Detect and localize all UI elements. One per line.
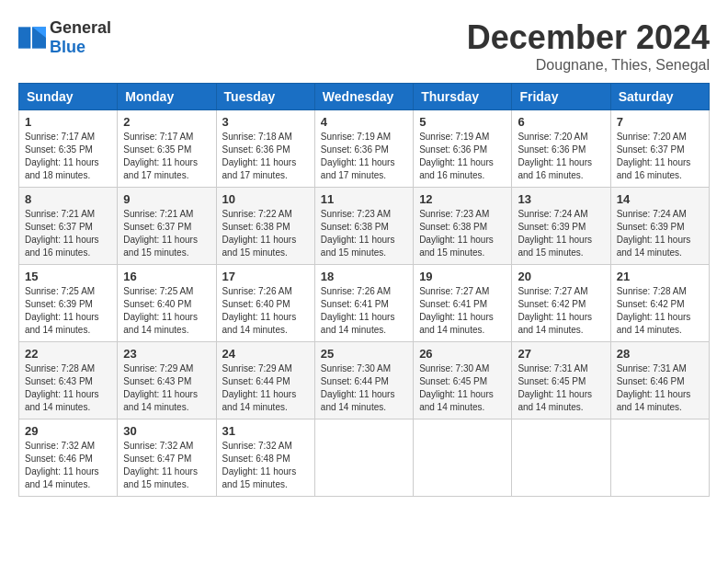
day-info: Sunrise: 7:31 AM Sunset: 6:46 PM Dayligh… <box>617 362 703 414</box>
calendar-cell: 2 Sunrise: 7:17 AM Sunset: 6:35 PM Dayli… <box>118 110 216 188</box>
day-info: Sunrise: 7:27 AM Sunset: 6:42 PM Dayligh… <box>518 285 604 337</box>
svg-rect-0 <box>18 27 30 48</box>
day-info: Sunrise: 7:17 AM Sunset: 6:35 PM Dayligh… <box>25 131 111 182</box>
calendar-cell: 15 Sunrise: 7:25 AM Sunset: 6:39 PM Dayl… <box>19 265 118 342</box>
calendar-cell: 11 Sunrise: 7:23 AM Sunset: 6:38 PM Dayl… <box>314 188 413 265</box>
day-number: 7 <box>617 115 703 129</box>
logo-text: General Blue <box>50 18 111 57</box>
day-info: Sunrise: 7:24 AM Sunset: 6:39 PM Dayligh… <box>518 208 604 259</box>
day-info: Sunrise: 7:21 AM Sunset: 6:37 PM Dayligh… <box>123 208 210 259</box>
day-number: 17 <box>222 270 309 283</box>
day-number: 12 <box>419 192 506 206</box>
day-number: 29 <box>25 424 111 438</box>
day-info: Sunrise: 7:21 AM Sunset: 6:37 PM Dayligh… <box>25 208 111 259</box>
day-number: 21 <box>617 270 703 283</box>
day-number: 4 <box>321 115 407 129</box>
day-number: 18 <box>321 270 407 283</box>
calendar-cell: 13 Sunrise: 7:24 AM Sunset: 6:39 PM Dayl… <box>512 188 610 265</box>
day-info: Sunrise: 7:24 AM Sunset: 6:39 PM Dayligh… <box>617 208 703 259</box>
day-info: Sunrise: 7:18 AM Sunset: 6:36 PM Dayligh… <box>222 131 309 182</box>
calendar-cell: 12 Sunrise: 7:23 AM Sunset: 6:38 PM Dayl… <box>414 188 512 265</box>
calendar-cell: 22 Sunrise: 7:28 AM Sunset: 6:43 PM Dayl… <box>19 342 118 419</box>
day-info: Sunrise: 7:29 AM Sunset: 6:44 PM Dayligh… <box>222 362 309 414</box>
day-info: Sunrise: 7:32 AM Sunset: 6:48 PM Dayligh… <box>222 440 309 491</box>
calendar-cell: 23 Sunrise: 7:29 AM Sunset: 6:43 PM Dayl… <box>118 342 216 419</box>
day-number: 13 <box>518 192 604 206</box>
day-info: Sunrise: 7:27 AM Sunset: 6:41 PM Dayligh… <box>419 285 506 337</box>
calendar-cell: 5 Sunrise: 7:19 AM Sunset: 6:36 PM Dayli… <box>414 110 512 188</box>
day-info: Sunrise: 7:28 AM Sunset: 6:43 PM Dayligh… <box>25 362 111 414</box>
day-number: 23 <box>123 347 210 361</box>
calendar-cell: 27 Sunrise: 7:31 AM Sunset: 6:45 PM Dayl… <box>512 342 610 419</box>
day-number: 16 <box>123 270 210 283</box>
weekday-header-sunday: Sunday <box>19 84 118 110</box>
day-info: Sunrise: 7:25 AM Sunset: 6:40 PM Dayligh… <box>123 285 210 337</box>
calendar-cell: 10 Sunrise: 7:22 AM Sunset: 6:38 PM Dayl… <box>216 188 314 265</box>
weekday-header-tuesday: Tuesday <box>216 84 314 110</box>
calendar-cell <box>314 419 413 497</box>
day-number: 6 <box>518 115 604 129</box>
day-info: Sunrise: 7:30 AM Sunset: 6:44 PM Dayligh… <box>321 362 407 414</box>
day-number: 10 <box>222 192 309 206</box>
day-info: Sunrise: 7:28 AM Sunset: 6:42 PM Dayligh… <box>617 285 703 337</box>
day-number: 27 <box>518 347 604 361</box>
weekday-header-saturday: Saturday <box>610 84 709 110</box>
calendar-cell: 4 Sunrise: 7:19 AM Sunset: 6:36 PM Dayli… <box>314 110 413 188</box>
calendar-cell: 25 Sunrise: 7:30 AM Sunset: 6:44 PM Dayl… <box>314 342 413 419</box>
calendar-cell: 30 Sunrise: 7:32 AM Sunset: 6:47 PM Dayl… <box>118 419 216 497</box>
day-number: 9 <box>123 192 210 206</box>
calendar-cell: 21 Sunrise: 7:28 AM Sunset: 6:42 PM Dayl… <box>610 265 709 342</box>
calendar-cell <box>610 419 709 497</box>
calendar-cell: 26 Sunrise: 7:30 AM Sunset: 6:45 PM Dayl… <box>414 342 512 419</box>
day-number: 31 <box>222 424 309 438</box>
day-number: 19 <box>419 270 506 283</box>
day-info: Sunrise: 7:32 AM Sunset: 6:47 PM Dayligh… <box>123 440 210 491</box>
day-info: Sunrise: 7:20 AM Sunset: 6:37 PM Dayligh… <box>617 131 703 182</box>
calendar-cell: 1 Sunrise: 7:17 AM Sunset: 6:35 PM Dayli… <box>19 110 118 188</box>
day-info: Sunrise: 7:17 AM Sunset: 6:35 PM Dayligh… <box>123 131 210 182</box>
location-title: Dougnane, Thies, Senegal <box>467 57 710 74</box>
title-area: December 2024 Dougnane, Thies, Senegal <box>467 18 710 74</box>
calendar-cell: 9 Sunrise: 7:21 AM Sunset: 6:37 PM Dayli… <box>118 188 216 265</box>
calendar-cell: 16 Sunrise: 7:25 AM Sunset: 6:40 PM Dayl… <box>118 265 216 342</box>
day-number: 5 <box>419 115 506 129</box>
day-number: 3 <box>222 115 309 129</box>
weekday-header-wednesday: Wednesday <box>314 84 413 110</box>
calendar-cell: 20 Sunrise: 7:27 AM Sunset: 6:42 PM Dayl… <box>512 265 610 342</box>
logo-blue: Blue <box>50 38 85 56</box>
day-number: 1 <box>25 115 111 129</box>
day-info: Sunrise: 7:20 AM Sunset: 6:36 PM Dayligh… <box>518 131 604 182</box>
day-number: 28 <box>617 347 703 361</box>
day-info: Sunrise: 7:30 AM Sunset: 6:45 PM Dayligh… <box>419 362 506 414</box>
calendar-cell <box>512 419 610 497</box>
day-number: 25 <box>321 347 407 361</box>
calendar-cell: 14 Sunrise: 7:24 AM Sunset: 6:39 PM Dayl… <box>610 188 709 265</box>
logo-general: General <box>50 18 111 37</box>
calendar-cell: 6 Sunrise: 7:20 AM Sunset: 6:36 PM Dayli… <box>512 110 610 188</box>
day-number: 26 <box>419 347 506 361</box>
day-info: Sunrise: 7:29 AM Sunset: 6:43 PM Dayligh… <box>123 362 210 414</box>
calendar-cell <box>414 419 512 497</box>
calendar: SundayMondayTuesdayWednesdayThursdayFrid… <box>18 83 710 497</box>
day-info: Sunrise: 7:31 AM Sunset: 6:45 PM Dayligh… <box>518 362 604 414</box>
calendar-cell: 3 Sunrise: 7:18 AM Sunset: 6:36 PM Dayli… <box>216 110 314 188</box>
day-number: 8 <box>25 192 111 206</box>
calendar-cell: 17 Sunrise: 7:26 AM Sunset: 6:40 PM Dayl… <box>216 265 314 342</box>
day-number: 20 <box>518 270 604 283</box>
month-title: December 2024 <box>467 18 710 57</box>
day-info: Sunrise: 7:23 AM Sunset: 6:38 PM Dayligh… <box>419 208 506 259</box>
day-number: 2 <box>123 115 210 129</box>
day-info: Sunrise: 7:19 AM Sunset: 6:36 PM Dayligh… <box>321 131 407 182</box>
day-info: Sunrise: 7:25 AM Sunset: 6:39 PM Dayligh… <box>25 285 111 337</box>
day-number: 11 <box>321 192 407 206</box>
header: General Blue December 2024 Dougnane, Thi… <box>18 18 710 74</box>
day-info: Sunrise: 7:32 AM Sunset: 6:46 PM Dayligh… <box>25 440 111 491</box>
calendar-cell: 19 Sunrise: 7:27 AM Sunset: 6:41 PM Dayl… <box>414 265 512 342</box>
day-number: 30 <box>123 424 210 438</box>
day-info: Sunrise: 7:23 AM Sunset: 6:38 PM Dayligh… <box>321 208 407 259</box>
calendar-cell: 7 Sunrise: 7:20 AM Sunset: 6:37 PM Dayli… <box>610 110 709 188</box>
day-info: Sunrise: 7:22 AM Sunset: 6:38 PM Dayligh… <box>222 208 309 259</box>
calendar-cell: 8 Sunrise: 7:21 AM Sunset: 6:37 PM Dayli… <box>19 188 118 265</box>
weekday-header-monday: Monday <box>118 84 216 110</box>
calendar-cell: 28 Sunrise: 7:31 AM Sunset: 6:46 PM Dayl… <box>610 342 709 419</box>
